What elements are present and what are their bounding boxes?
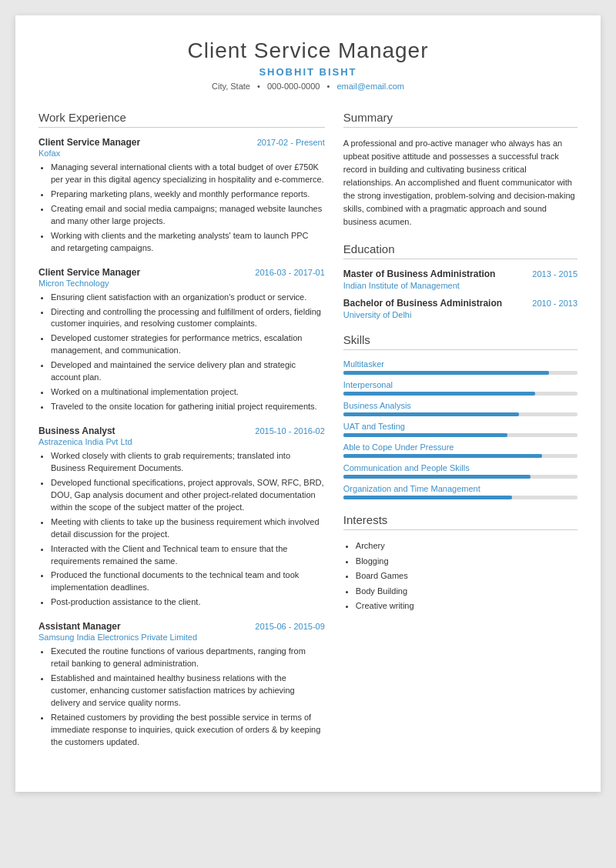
job-header: Assistant Manager 2015-06 - 2015-09 — [38, 621, 325, 632]
skills-list: Multitasker Interpersonal Business Analy… — [343, 359, 578, 499]
job-bullets: Ensuring client satisfaction with an org… — [38, 292, 325, 413]
job-date: 2017-02 - Present — [257, 138, 325, 147]
resume-page: Client Service Manager SHOBHIT BISHT Cit… — [15, 15, 601, 792]
bullet-item: Retained customers by providing the best… — [51, 712, 325, 749]
interest-item: Archery — [356, 539, 578, 553]
location: City, State — [212, 82, 250, 91]
edu-degree: Master of Business Administration — [343, 269, 496, 279]
main-content: Work Experience Client Service Manager 2… — [38, 106, 578, 761]
interest-item: Blogging — [356, 555, 578, 568]
edu-date: 2013 - 2015 — [532, 269, 578, 279]
edu-degree: Bachelor of Business Administraion — [343, 298, 502, 309]
interest-item: Creative writing — [356, 599, 578, 613]
skill-bar-fill — [343, 475, 531, 479]
job-header: Client Service Manager 2017-02 - Present — [38, 137, 325, 148]
skill-name: Multitasker — [343, 359, 578, 369]
edu-school: University of Delhi — [343, 310, 578, 319]
skill-name: Organization and Time Management — [343, 484, 578, 493]
skill-item: Able to Cope Under Pressure — [343, 442, 578, 458]
interests-list: ArcheryBloggingBoard GamesBody BuildingC… — [343, 539, 578, 613]
education-item: Bachelor of Business Administraion 2010 … — [343, 298, 578, 319]
header: Client Service Manager SHOBHIT BISHT Cit… — [38, 38, 578, 91]
job-title: Assistant Manager — [38, 621, 121, 632]
skill-bar-background — [343, 475, 578, 479]
skill-bar-fill — [343, 392, 535, 396]
bullet-item: Post-production assistance to the client… — [51, 596, 325, 609]
email-link[interactable]: email@email.com — [336, 82, 404, 91]
skill-name: Communication and People Skills — [343, 463, 578, 472]
skill-bar-background — [343, 412, 578, 416]
bullet-item: Interacted with the Client and Technical… — [51, 543, 325, 568]
phone: 000-000-0000 — [267, 82, 320, 91]
bullet-item: Ensuring client satisfaction with an org… — [51, 292, 325, 304]
skill-name: Interpersonal — [343, 380, 578, 389]
bullet-item: Creating email and social media campaign… — [51, 203, 325, 228]
job-bullets: Executed the routine functions of variou… — [38, 646, 325, 749]
skill-name: UAT and Testing — [343, 422, 578, 431]
job-title-heading: Client Service Manager — [38, 38, 578, 63]
job-bullets: Managing several international clients w… — [38, 162, 325, 255]
skill-bar-background — [343, 454, 578, 458]
job-bullets: Worked closely with clients to grab requ… — [38, 450, 325, 609]
skill-item: Business Analysis — [343, 401, 578, 416]
contact-info: City, State • 000-000-0000 • email@email… — [38, 82, 578, 91]
education-item: Master of Business Administration 2013 -… — [343, 269, 578, 290]
work-experience-heading: Work Experience — [38, 111, 325, 128]
job-title: Client Service Manager — [38, 267, 140, 278]
job-item: Business Analyst 2015-10 - 2016-02 Astra… — [38, 426, 325, 609]
skill-bar-background — [343, 392, 578, 396]
job-header: Client Service Manager 2016-03 - 2017-01 — [38, 267, 325, 278]
education-list: Master of Business Administration 2013 -… — [343, 269, 578, 319]
skill-name: Business Analysis — [343, 401, 578, 410]
summary-heading: Summary — [343, 111, 578, 128]
education-heading: Education — [343, 242, 578, 259]
skills-heading: Skills — [343, 333, 578, 350]
skill-item: Communication and People Skills — [343, 463, 578, 479]
bullet-item: Executed the routine functions of variou… — [51, 646, 325, 670]
skill-bar-fill — [343, 433, 507, 437]
job-title: Business Analyst — [38, 426, 116, 436]
separator2: • — [327, 82, 330, 91]
edu-school: Indian Institute of Management — [343, 281, 578, 290]
skill-bar-background — [343, 496, 578, 499]
skill-item: Organization and Time Management — [343, 484, 578, 499]
candidate-name: SHOBHIT BISHT — [38, 66, 578, 78]
job-company: Micron Technology — [38, 279, 325, 288]
separator1: • — [257, 82, 260, 91]
skill-name: Able to Cope Under Pressure — [343, 442, 578, 452]
bullet-item: Developed functional specifications, pro… — [51, 477, 325, 514]
skill-bar-fill — [343, 454, 543, 458]
bullet-item: Developed and maintained the service del… — [51, 359, 325, 384]
edu-header: Bachelor of Business Administraion 2010 … — [343, 298, 578, 309]
skill-bar-background — [343, 371, 578, 375]
bullet-item: Managing several international clients w… — [51, 162, 325, 186]
interest-item: Body Building — [356, 585, 578, 598]
job-title: Client Service Manager — [38, 137, 140, 148]
job-date: 2016-03 - 2017-01 — [255, 268, 325, 277]
skill-bar-fill — [343, 496, 512, 499]
job-date: 2015-10 - 2016-02 — [255, 426, 325, 436]
interests-heading: Interests — [343, 513, 578, 530]
bullet-item: Established and maintained healthy busin… — [51, 673, 325, 709]
skill-bar-fill — [343, 371, 550, 375]
skill-bar-background — [343, 433, 578, 437]
skill-item: Interpersonal — [343, 380, 578, 396]
job-item: Client Service Manager 2016-03 - 2017-01… — [38, 267, 325, 413]
bullet-item: Preparing marketing plans, weekly and mo… — [51, 189, 325, 201]
job-item: Assistant Manager 2015-06 - 2015-09 Sams… — [38, 621, 325, 749]
job-list: Client Service Manager 2017-02 - Present… — [38, 137, 325, 749]
skill-item: Multitasker — [343, 359, 578, 375]
edu-header: Master of Business Administration 2013 -… — [343, 269, 578, 279]
bullet-item: Directing and controlling the processing… — [51, 306, 325, 331]
skill-item: UAT and Testing — [343, 422, 578, 437]
bullet-item: Produced the functional documents to the… — [51, 569, 325, 594]
job-company: Samsung India Electronics Private Limite… — [38, 633, 325, 642]
bullet-item: Worked on a multinational implementation… — [51, 386, 325, 399]
bullet-item: Developed customer strategies for perfor… — [51, 332, 325, 357]
job-date: 2015-06 - 2015-09 — [255, 622, 325, 631]
job-item: Client Service Manager 2017-02 - Present… — [38, 137, 325, 255]
bullet-item: Working with clients and the marketing a… — [51, 230, 325, 255]
summary-text: A professional and pro-active manager wh… — [343, 137, 578, 229]
bullet-item: Traveled to the onsite location for gath… — [51, 401, 325, 413]
job-company: Astrazenica India Pvt Ltd — [38, 437, 325, 446]
